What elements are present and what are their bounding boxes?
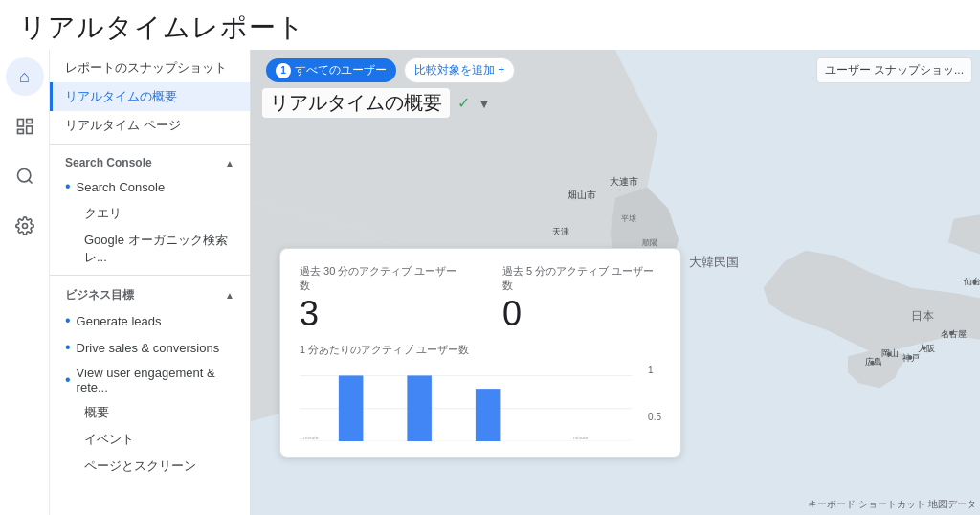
chip-number: 1	[276, 63, 291, 78]
svg-point-34	[949, 331, 953, 335]
sidebar: レポートのスナップショット リアルタイムの概要 リアルタイム ページ Searc…	[50, 50, 251, 515]
configure-icon[interactable]	[6, 207, 44, 245]
home-icon[interactable]: ⌂	[6, 57, 44, 96]
divider-1	[50, 144, 250, 145]
stats-card: 過去 30 分のアクティブ ユーザー数 3 過去 5 分のアクティブ ユーザー数…	[279, 248, 681, 458]
svg-text:minute: minute	[573, 434, 588, 439]
page-title: リアルタイムレポート	[19, 12, 305, 42]
bar-chart-svg: ...minute minute	[300, 365, 661, 441]
map-credits: キーボード ショートカット 地図データ	[808, 498, 976, 511]
sidebar-generate-leads[interactable]: • Generate leads	[50, 307, 250, 334]
stat-5min-value: 0	[502, 297, 661, 331]
content-area: 畑山市 天津 濰坊市 大連市 青島市 山東 大韓民国 日本 東京 横浜 名古屋 …	[251, 50, 980, 515]
sidebar-view-user-engagement[interactable]: • View user engagement & rete...	[50, 361, 250, 399]
svg-rect-56	[476, 389, 501, 441]
svg-line-5	[28, 180, 32, 184]
stat-30min-value: 3	[300, 297, 464, 331]
svg-text:順陽: 順陽	[642, 238, 657, 247]
svg-text:畑山市: 畑山市	[568, 190, 596, 200]
svg-rect-3	[17, 129, 23, 133]
svg-point-6	[22, 224, 27, 229]
sidebar-item-snapshot[interactable]: レポートのスナップショット	[50, 54, 250, 82]
sidebar-section-business[interactable]: ビジネス目標 ▲	[50, 280, 250, 307]
chart-y-labels: 1 0.5	[648, 365, 661, 422]
page-title-area: リアルタイムレポート	[0, 0, 980, 50]
svg-text:名古屋: 名古屋	[941, 329, 967, 339]
check-icon: ✓	[457, 94, 470, 112]
svg-rect-1	[26, 120, 32, 123]
sidebar-item-realtime-overview[interactable]: リアルタイムの概要	[50, 82, 250, 111]
bar-chart: 1 0.5	[300, 365, 661, 441]
svg-text:平壌: 平壌	[621, 214, 636, 223]
svg-rect-54	[407, 375, 432, 441]
sidebar-item-events[interactable]: イベント	[50, 426, 250, 453]
explore-icon[interactable]	[6, 157, 44, 195]
sidebar-item-overview[interactable]: 概要	[50, 399, 250, 426]
svg-point-36	[908, 355, 912, 359]
svg-text:大阪: 大阪	[918, 344, 935, 353]
stat-30min: 過去 30 分のアクティブ ユーザー数 3	[300, 264, 464, 331]
bullet-icon-2: •	[65, 312, 71, 329]
svg-text:...minute: ...minute	[300, 434, 319, 439]
svg-text:仙台: 仙台	[965, 277, 981, 286]
divider-2	[50, 275, 250, 276]
svg-text:天津: 天津	[552, 227, 569, 236]
per-min-label: 1 分あたりのアクティブ ユーザー数	[300, 343, 661, 357]
sidebar-item-query[interactable]: クエリ	[50, 200, 250, 227]
sidebar-sc-group[interactable]: • Search Console	[50, 173, 250, 200]
sidebar-drive-sales[interactable]: • Drive sales & conversions	[50, 334, 250, 361]
svg-text:大韓民国: 大韓民国	[689, 255, 739, 269]
stat-5min: 過去 5 分のアクティブ ユーザー数 0	[502, 264, 661, 331]
svg-rect-2	[26, 126, 32, 134]
sidebar-realtime-overview: リアルタイムの概要	[50, 82, 250, 111]
svg-rect-0	[17, 120, 23, 127]
stat-30min-label: 過去 30 分のアクティブ ユーザー数	[300, 264, 464, 293]
svg-text:大連市: 大連市	[610, 176, 638, 187]
sidebar-item-organic[interactable]: Google オーガニック検索レ...	[50, 227, 250, 271]
user-snapshot-button[interactable]: ユーザー スナップショッ...	[816, 57, 972, 83]
bullet-icon-4: •	[65, 371, 71, 389]
bullet-icon-3: •	[65, 339, 71, 356]
svg-point-37	[870, 361, 874, 365]
y-label-mid: 0.5	[648, 412, 661, 422]
content-title-bar: リアルタイムの概要 ✓ ▼	[262, 88, 491, 118]
bullet-icon: •	[65, 178, 71, 195]
sidebar-section-searchconsole[interactable]: Search Console ▲	[50, 148, 250, 173]
svg-point-38	[887, 352, 891, 356]
chevron-up-icon-2: ▲	[225, 290, 234, 301]
stat-5min-label: 過去 5 分のアクティブ ユーザー数	[502, 264, 661, 293]
stats-row: 過去 30 分のアクティブ ユーザー数 3 過去 5 分のアクティブ ユーザー数…	[300, 264, 661, 331]
svg-rect-52	[339, 375, 364, 441]
svg-point-35	[922, 346, 925, 349]
sidebar-item-pages[interactable]: ページとスクリーン	[50, 453, 250, 480]
sidebar-item-realtime-page[interactable]: リアルタイム ページ	[50, 111, 250, 140]
reports-icon[interactable]	[6, 107, 44, 146]
left-nav: ⌂	[0, 50, 50, 515]
main-layout: ⌂ レポートのスナップショット リアルタイムの概要 リアルタイム ページ	[0, 50, 980, 515]
svg-point-33	[972, 280, 976, 284]
content-title: リアルタイムの概要	[262, 88, 450, 118]
svg-point-4	[17, 169, 30, 182]
compare-button[interactable]: 比較対象を追加 +	[404, 57, 515, 83]
y-label-max: 1	[648, 365, 661, 375]
chevron-up-icon: ▲	[225, 158, 234, 168]
all-users-chip[interactable]: 1 すべてのユーザー	[266, 58, 396, 82]
dropdown-icon[interactable]: ▼	[478, 96, 491, 111]
svg-text:日本: 日本	[911, 309, 934, 323]
chip-label: すべてのユーザー	[295, 62, 387, 78]
